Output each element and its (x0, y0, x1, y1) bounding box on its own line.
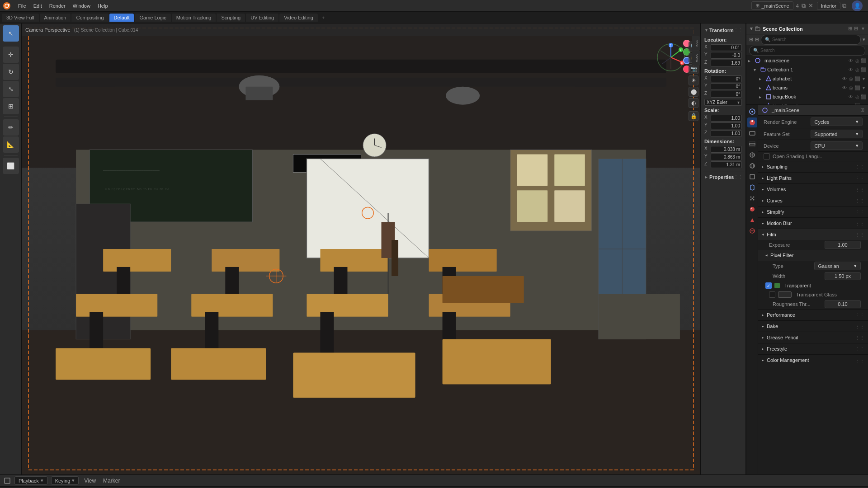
alpha-cursor-icon[interactable]: ◎ (848, 76, 854, 81)
roughness-thr-value[interactable]: 0.10 (825, 300, 861, 308)
dim-y-value[interactable]: 0.863 m (711, 154, 742, 160)
tree-item-beigebook[interactable]: ▸ beigeBook 👁 ◎ ⬛ (746, 92, 868, 101)
beams-render-icon[interactable]: ⬛ (854, 85, 860, 90)
outliner-search-box[interactable]: 🔍 Search (761, 35, 861, 45)
col1-eye-icon[interactable]: 👁 (848, 67, 854, 72)
viewport-mode-selector[interactable]: ⊞ _mainScene (751, 1, 793, 10)
loc-y-value[interactable]: -0.0 (711, 52, 742, 59)
tab-scripting[interactable]: Scripting (217, 14, 245, 22)
tab-3d-view-full[interactable]: 3D View Full (2, 14, 39, 22)
loc-x-value[interactable]: 0.01 (711, 44, 742, 51)
filter3-icon[interactable]: ▾ (863, 37, 865, 42)
blender-logo[interactable] (2, 1, 12, 11)
tab-default[interactable]: Default (109, 14, 134, 22)
beams-eye-icon[interactable]: 👁 (842, 85, 847, 90)
exposure-value[interactable]: 1.00 (825, 241, 861, 249)
scale-z-value[interactable]: 1.00 (711, 130, 742, 137)
open-shading-checkbox[interactable] (764, 153, 770, 160)
pixel-filter-width-value[interactable]: 1.50 px (825, 272, 861, 280)
volumes-section[interactable]: ▸ Volumes ⋮⋮ (758, 184, 868, 195)
pixel-filter-type-dropdown[interactable]: Gaussian ▾ (814, 262, 861, 270)
bb-cursor-icon[interactable]: ◎ (854, 94, 860, 99)
menu-render[interactable]: Render (46, 2, 69, 9)
curves-section[interactable]: ▸ Curves ⋮⋮ (758, 195, 868, 206)
scale-x-value[interactable]: 1.00 (711, 115, 742, 122)
grease-pencil-section[interactable]: ▸ Grease Pencil ⋮⋮ (758, 332, 868, 343)
viewport-scene[interactable]: ━━━━━━━━━━━━━━━━━━━━━━━━━ ..H.b. Eg Db H… (22, 23, 700, 474)
rot-y-value[interactable]: 0° (711, 83, 742, 90)
col1-cursor-icon[interactable]: ◎ (854, 67, 860, 72)
render-engine-header[interactable]: Interior (817, 2, 840, 10)
scene-eye-icon[interactable]: 👁 (848, 58, 854, 63)
scene-copy-icon[interactable]: ⧉ (802, 2, 806, 9)
alpha-extra-icon[interactable]: ▾ (861, 76, 866, 81)
loc-z-value[interactable]: 1.69 (711, 60, 742, 66)
scene-cursor-icon[interactable]: ◎ (854, 58, 860, 63)
navigation-gizmo[interactable]: Z Y X (655, 42, 687, 73)
color-management-section[interactable]: ▸ Color Management ⋮⋮ (758, 355, 868, 366)
transparent-checkbox[interactable]: ✓ (765, 282, 772, 289)
scale-y-value[interactable]: 1.00 (711, 122, 742, 129)
tool-transform[interactable]: ⊞ (3, 98, 19, 114)
prop-icon-object[interactable] (747, 172, 757, 182)
motion-blur-section[interactable]: ▸ Motion Blur ⋮⋮ (758, 218, 868, 229)
bb-render-icon[interactable]: ⬛ (861, 94, 866, 99)
add-workspace-tab[interactable]: + (319, 15, 328, 20)
tree-item-scene[interactable]: ▸ _mainScene 👁 ◎ ⬛ (746, 56, 868, 65)
viewport-sun-icon[interactable]: ☀ (689, 75, 698, 85)
prop-icon-data[interactable] (747, 215, 757, 225)
alpha-render-icon[interactable]: ⬛ (854, 76, 860, 81)
prop-icon-scene2[interactable] (747, 150, 757, 160)
feature-set-dropdown[interactable]: Supported ▾ (811, 130, 863, 138)
filter-icon[interactable]: ⊞ (848, 26, 852, 32)
scene-copy2-icon[interactable]: ⧉ (842, 2, 846, 9)
tree-item-beams[interactable]: ▸ beams 👁 ◎ ⬛ ▾ (746, 83, 868, 92)
user-avatar[interactable]: 👤 (852, 0, 863, 11)
prop-icon-render[interactable] (747, 117, 757, 127)
prop-icon-output[interactable] (747, 128, 757, 138)
tool-rotate[interactable]: ↻ (3, 64, 19, 80)
tree-item-blackboard[interactable]: ▸ blackBoard 👁 ◎ ⬛ ▾ (746, 101, 868, 105)
tree-item-alphabet[interactable]: ▸ alphabet 👁 ◎ ⬛ ▾ (746, 74, 868, 83)
rot-mode-dropdown[interactable]: XYZ Euler ▾ (704, 99, 742, 106)
scene-close-icon[interactable]: ✕ (808, 2, 813, 9)
alpha-eye-icon[interactable]: 👁 (842, 76, 847, 81)
tab-game-logic[interactable]: Game Logic (135, 14, 170, 22)
tree-item-collection1[interactable]: ▾ Collection 1 👁 ◎ ⬛ (746, 65, 868, 74)
sampling-section[interactable]: ▸ Sampling ⋮⋮ (758, 161, 868, 172)
viewport-camera-icon[interactable]: 📷 (689, 64, 698, 74)
device-dropdown[interactable]: CPU ▾ (811, 141, 863, 150)
prop-icon-material[interactable] (747, 204, 757, 214)
viewport-material-icon[interactable]: 🔒 (689, 111, 698, 121)
rot-z-value[interactable]: 0° (711, 91, 742, 98)
simplify-section[interactable]: ▸ Simplify ⋮⋮ (758, 206, 868, 217)
tab-video-editing[interactable]: Video Editing (279, 14, 318, 22)
n-panel-tab-view[interactable]: View (692, 51, 700, 66)
col1-render-icon[interactable]: ⬛ (861, 67, 866, 72)
tool-measure[interactable]: 📐 (3, 136, 19, 153)
scene-settings-icon[interactable]: ⊞ (860, 107, 864, 113)
scene-render-icon[interactable]: ⬛ (861, 58, 866, 63)
outliner-filter-box[interactable]: 🔍 Search (749, 46, 865, 56)
tab-compositing[interactable]: Compositing (71, 14, 108, 22)
dim-z-value[interactable]: 1.31 m (711, 161, 742, 168)
beams-cursor-icon[interactable]: ◎ (848, 85, 854, 90)
prop-icon-constraint[interactable] (747, 226, 757, 236)
performance-section[interactable]: ▸ Performance ⋮⋮ (758, 310, 868, 320)
n-panel-tab-tool[interactable]: Tool (692, 36, 700, 50)
menu-help[interactable]: Help (94, 2, 112, 9)
prop-icon-world[interactable] (747, 161, 757, 171)
viewport-sphere-icon[interactable]: ⬤ (689, 87, 698, 97)
bake-section[interactable]: ▸ Bake ⋮⋮ (758, 321, 868, 332)
tool-select[interactable]: ↖ (3, 25, 19, 42)
filter2-icon[interactable]: ▾ (862, 26, 864, 32)
menu-file[interactable]: File (14, 2, 30, 9)
menu-window[interactable]: Window (69, 2, 94, 9)
transform-section-header[interactable]: ▾ Transform ⋮⋮ (703, 25, 744, 35)
prop-icon-view-layer[interactable] (747, 139, 757, 149)
prop-icon-scene[interactable] (747, 107, 757, 117)
tool-add-cube[interactable]: ⬜ (3, 158, 19, 174)
rot-x-value[interactable]: 0° (711, 75, 742, 82)
tool-move[interactable]: ✛ (3, 47, 19, 63)
outliner-icon2[interactable]: ⊟ (755, 37, 759, 42)
